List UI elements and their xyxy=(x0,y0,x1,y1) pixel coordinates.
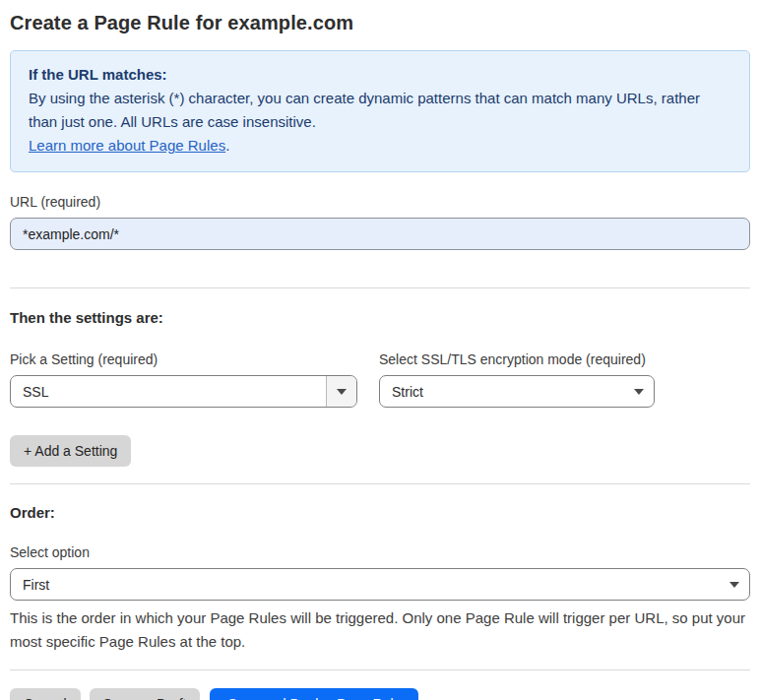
info-box-body: By using the asterisk (*) character, you… xyxy=(29,87,731,158)
pick-setting-select[interactable]: SSL xyxy=(10,375,357,408)
save-draft-button[interactable]: Save as Draft xyxy=(90,688,201,700)
settings-section-heading: Then the settings are: xyxy=(10,309,750,326)
learn-more-link[interactable]: Learn more about Page Rules xyxy=(29,137,225,154)
save-deploy-button[interactable]: Save and Deploy Page Rule xyxy=(210,688,418,700)
cancel-button[interactable]: Cancel xyxy=(10,688,81,700)
info-box-heading: If the URL matches: xyxy=(29,63,731,87)
add-setting-button[interactable]: + Add a Setting xyxy=(10,435,131,467)
ssl-mode-label: Select SSL/TLS encryption mode (required… xyxy=(379,351,655,367)
divider xyxy=(10,483,750,484)
info-box-body-text: By using the asterisk (*) character, you… xyxy=(29,90,700,130)
ssl-mode-arrow xyxy=(624,389,654,395)
url-field-label: URL (required) xyxy=(10,194,750,210)
pick-setting-label: Pick a Setting (required) xyxy=(10,351,357,367)
order-select-label: Select option xyxy=(10,544,750,560)
chevron-down-icon xyxy=(729,582,739,588)
chevron-down-icon xyxy=(634,389,644,395)
url-input[interactable] xyxy=(10,218,750,250)
pick-setting-value: SSL xyxy=(11,384,326,400)
footer-actions: Cancel Save as Draft Save and Deploy Pag… xyxy=(10,688,750,700)
pick-setting-field: Pick a Setting (required) SSL xyxy=(10,351,357,408)
ssl-mode-field: Select SSL/TLS encryption mode (required… xyxy=(379,351,655,408)
url-match-info-box: If the URL matches: By using the asteris… xyxy=(10,50,750,172)
order-select-value: First xyxy=(11,577,720,593)
link-period: . xyxy=(225,137,229,154)
divider xyxy=(10,287,750,288)
settings-row: Pick a Setting (required) SSL Select SSL… xyxy=(10,351,750,408)
pick-setting-arrow-button[interactable] xyxy=(326,376,356,407)
divider xyxy=(10,669,750,670)
page-title: Create a Page Rule for example.com xyxy=(10,12,750,34)
chevron-down-icon xyxy=(337,389,347,395)
ssl-mode-select[interactable]: Strict xyxy=(379,375,655,408)
order-select-arrow xyxy=(720,582,749,588)
order-section-heading: Order: xyxy=(10,504,750,521)
order-help-text: This is the order in which your Page Rul… xyxy=(10,606,746,654)
order-select[interactable]: First xyxy=(10,568,750,601)
create-page-rule-form: Create a Page Rule for example.com If th… xyxy=(0,0,760,700)
ssl-mode-value: Strict xyxy=(380,384,624,400)
